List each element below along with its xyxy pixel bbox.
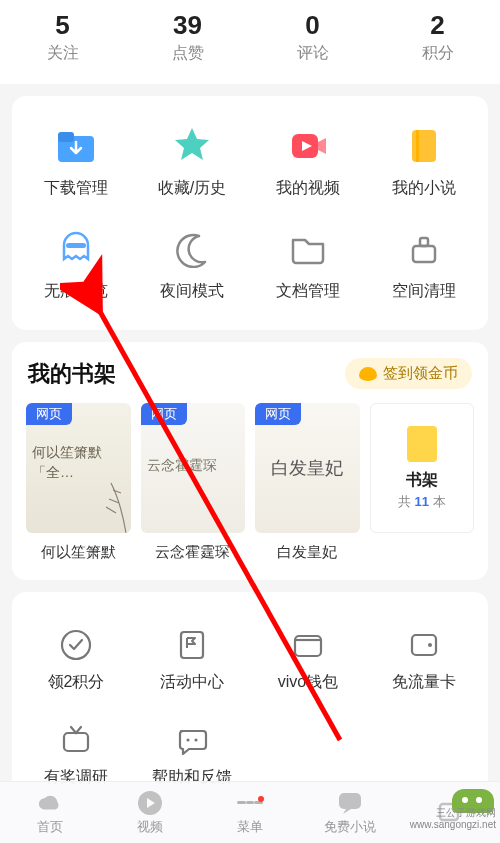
web-tag: 网页: [26, 403, 72, 425]
web-tag: 网页: [255, 403, 301, 425]
ghost-icon: [54, 227, 98, 271]
feature-incognito[interactable]: 无痕浏览: [18, 217, 134, 320]
signin-badge[interactable]: 签到领金币: [345, 358, 472, 389]
book-row: 网页 何以笙箫默「全… 何以笙箫默 网页 云念霍霆琛 云念霍霆琛 网页 白发皇妃…: [14, 403, 486, 566]
watermark-brand: 三公子游戏网: [410, 807, 496, 819]
feature-label: 文档管理: [276, 281, 340, 302]
tool-label: 领2积分: [48, 672, 105, 693]
sim-card-icon: [405, 626, 443, 664]
stat-comments[interactable]: 0 评论: [250, 10, 375, 64]
svg-point-8: [62, 631, 90, 659]
book-item-2[interactable]: 网页 云念霍霆琛 云念霍霆琛: [141, 403, 246, 562]
star-icon: [170, 124, 214, 168]
coin-icon: [359, 367, 377, 381]
tv-icon: [57, 721, 95, 759]
shelf-sub: 共 11 本: [398, 493, 446, 511]
wallet-icon: [289, 626, 327, 664]
book-title: 云念霍霆琛: [141, 543, 246, 562]
feature-label: 空间清理: [392, 281, 456, 302]
features-row-1: 下载管理 收藏/历史 我的视频 我的小说: [18, 114, 482, 217]
stat-label: 评论: [250, 43, 375, 64]
tool-label: vivo钱包: [278, 672, 338, 693]
book-cover: 网页 云念霍霆琛: [141, 403, 246, 533]
tool-data-free-card[interactable]: 免流量卡: [366, 616, 482, 711]
folder-icon: [286, 227, 330, 271]
nav-label: 免费小说: [324, 818, 376, 836]
book-title-empty: [370, 543, 475, 560]
shelf-cover: 书架 共 11 本: [370, 403, 475, 533]
nav-menu[interactable]: 菜单: [200, 790, 300, 836]
book-item-3[interactable]: 网页 白发皇妃 白发皇妃: [255, 403, 360, 562]
tool-label: 免流量卡: [392, 672, 456, 693]
shelf-book-icon: [407, 426, 437, 462]
book-cover: 网页 白发皇妃: [255, 403, 360, 533]
svg-rect-17: [339, 793, 361, 809]
notification-dot-icon: [258, 796, 264, 802]
svg-rect-13: [64, 733, 88, 751]
shelf-prefix: 共: [398, 494, 415, 509]
nav-free-novel[interactable]: 免费小说: [300, 790, 400, 836]
tool-earn-points[interactable]: 领2积分: [18, 616, 134, 711]
stat-label: 关注: [0, 43, 125, 64]
folder-download-icon: [54, 124, 98, 168]
feature-favorites-history[interactable]: 收藏/历史: [134, 114, 250, 217]
flag-icon: [173, 626, 211, 664]
video-icon: [286, 124, 330, 168]
tool-vivo-wallet[interactable]: vivo钱包: [250, 616, 366, 711]
checkmark-circle-icon: [57, 626, 95, 664]
feature-space-cleanup[interactable]: 空间清理: [366, 217, 482, 320]
stat-label: 积分: [375, 43, 500, 64]
cover-text: 云念霍霆琛: [147, 457, 217, 475]
stat-value: 2: [375, 10, 500, 41]
watermark-url: www.sangongzi.net: [410, 819, 496, 831]
bookshelf-card: 我的书架 签到领金币 网页 何以笙箫默「全… 何以笙箫默 网页 云念霍霆琛 云念…: [12, 342, 488, 580]
stats-row: 5 关注 39 点赞 0 评论 2 积分: [0, 0, 500, 84]
book-cover: 网页 何以笙箫默「全…: [26, 403, 131, 533]
feature-label: 下载管理: [44, 178, 108, 199]
bookshelf-title: 我的书架: [28, 359, 116, 389]
stat-follows[interactable]: 5 关注: [0, 10, 125, 64]
svg-rect-3: [412, 130, 436, 162]
features-card: 下载管理 收藏/历史 我的视频 我的小说 无痕浏览: [12, 96, 488, 330]
shelf-title: 书架: [406, 470, 438, 491]
feature-label: 我的小说: [392, 178, 456, 199]
chat-bubble-icon: [337, 790, 363, 816]
feature-doc-manager[interactable]: 文档管理: [250, 217, 366, 320]
svg-rect-1: [58, 132, 74, 142]
shelf-suffix: 本: [429, 494, 446, 509]
feature-my-videos[interactable]: 我的视频: [250, 114, 366, 217]
tools-row-1: 领2积分 活动中心 vivo钱包 免流量卡: [18, 616, 482, 711]
cover-text: 白发皇妃: [271, 456, 343, 480]
book-title: 何以笙箫默: [26, 543, 131, 562]
shelf-count: 11: [415, 494, 429, 509]
tool-label: 活动中心: [160, 672, 224, 693]
svg-rect-4: [416, 130, 419, 162]
stat-value: 0: [250, 10, 375, 41]
book-item-1[interactable]: 网页 何以笙箫默「全… 何以笙箫默: [26, 403, 131, 562]
bookshelf-header: 我的书架 签到领金币: [14, 358, 486, 403]
feature-my-novels[interactable]: 我的小说: [366, 114, 482, 217]
svg-rect-6: [413, 246, 435, 262]
features-row-2: 无痕浏览 夜间模式 文档管理 空间清理: [18, 217, 482, 320]
svg-rect-11: [412, 635, 436, 655]
chat-icon: [173, 721, 211, 759]
feature-download-manager[interactable]: 下载管理: [18, 114, 134, 217]
book-icon: [402, 124, 446, 168]
stat-credits[interactable]: 2 积分: [375, 10, 500, 64]
nav-home[interactable]: 首页: [0, 790, 100, 836]
tools-card: 领2积分 活动中心 vivo钱包 免流量卡 有奖调研: [12, 592, 488, 810]
tool-activity-center[interactable]: 活动中心: [134, 616, 250, 711]
svg-point-14: [186, 738, 189, 741]
play-circle-icon: [137, 790, 163, 816]
stat-value: 5: [0, 10, 125, 41]
feature-night-mode[interactable]: 夜间模式: [134, 217, 250, 320]
stat-likes[interactable]: 39 点赞: [125, 10, 250, 64]
menu-icon: [237, 790, 263, 816]
book-shelf-tile[interactable]: 书架 共 11 本: [370, 403, 475, 562]
nav-label: 首页: [37, 818, 63, 836]
svg-point-12: [428, 643, 432, 647]
web-tag: 网页: [141, 403, 187, 425]
nav-video[interactable]: 视频: [100, 790, 200, 836]
signin-label: 签到领金币: [383, 364, 458, 383]
moon-icon: [170, 227, 214, 271]
